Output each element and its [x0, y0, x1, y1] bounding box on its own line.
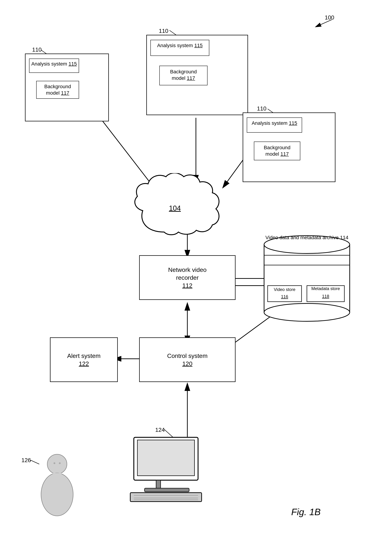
top-node-110-label: 110	[159, 28, 168, 34]
svg-rect-39	[156, 480, 161, 489]
nvr-box: Network videorecorder112	[139, 255, 236, 300]
archive-db: Video data and metadata archive 114 Vide…	[260, 234, 353, 334]
cloud-svg: 104	[128, 173, 250, 241]
archive-svg: Video data and metadata archive 114 Vide…	[260, 234, 353, 334]
alert-system-box: Alert system122	[50, 337, 118, 382]
svg-text:116: 116	[281, 294, 288, 299]
right-outer-box: Analysis system 115 Backgroundmodel 117	[243, 113, 336, 182]
svg-line-36	[29, 460, 39, 464]
computer-svg	[125, 436, 210, 503]
left-analysis-box: Analysis system 115	[29, 58, 79, 73]
top-bg-model-box: Backgroundmodel 117	[159, 66, 208, 85]
control-system-label: Control system120	[167, 352, 208, 368]
top-analysis-box: Analysis system 115	[150, 40, 209, 56]
svg-rect-40	[145, 488, 189, 492]
svg-point-23	[264, 304, 350, 321]
svg-point-33	[59, 462, 61, 464]
svg-line-45	[164, 429, 173, 437]
right-node-110-label: 110	[257, 105, 266, 112]
svg-text:104: 104	[169, 204, 181, 212]
diagram-container: 100 110 Analysis system 115 Backgroundmo…	[0, 0, 392, 553]
svg-rect-38	[137, 440, 195, 476]
left-bg-model-box: Backgroundmodel 117	[36, 81, 79, 99]
right-analysis-box: Analysis system 115	[247, 117, 302, 133]
right-bg-model-box: Backgroundmodel 117	[254, 142, 300, 160]
svg-text:Video data and metadata archiv: Video data and metadata archive 114	[266, 235, 349, 240]
svg-text:Video store: Video store	[274, 287, 295, 292]
svg-point-31	[47, 454, 67, 474]
svg-line-13	[316, 20, 332, 27]
svg-point-32	[54, 462, 55, 464]
svg-rect-35	[53, 473, 62, 480]
left-outer-box: Analysis system 115 Backgroundmodel 117	[25, 54, 109, 121]
alert-system-label: Alert system122	[67, 352, 100, 368]
fig-label: Fig. 1B	[291, 507, 321, 517]
ref-100-arrow	[312, 18, 334, 28]
person-ref-arrow	[28, 458, 42, 465]
computer-ref-arrow	[162, 427, 177, 438]
svg-text:118: 118	[322, 294, 329, 299]
svg-text:Metadata store: Metadata store	[311, 286, 340, 291]
svg-rect-19	[264, 245, 350, 312]
svg-rect-41	[130, 493, 202, 502]
top-center-outer-box: Analysis system 115 Backgroundmodel 117	[146, 35, 248, 115]
control-system-box: Control system120	[139, 337, 236, 382]
